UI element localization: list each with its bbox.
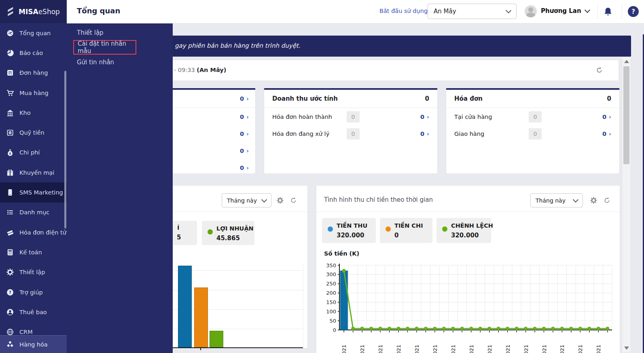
sidebar-item-label: Trợ giúp [19, 289, 43, 296]
svg-text:021: 021 [450, 345, 456, 353]
sidebar-nav: Tổng quanBáo cáoĐơn hàngMua hàngKhoQuỹ t… [0, 23, 67, 342]
svg-text:021: 021 [468, 345, 475, 353]
table-row[interactable]: Hóa đơn đang xử lý 0 0› [264, 126, 437, 142]
sidebar-item-chi-phi[interactable]: $Chi phí [0, 143, 67, 163]
app-logo[interactable]: MISAeShop [0, 0, 67, 23]
chevron-right-icon: › [246, 131, 249, 137]
period-select[interactable]: Tháng này [530, 193, 583, 207]
table-row[interactable]: Hóa đơn hoàn thành 0 0› [264, 109, 437, 125]
sidebar-item-khuyen-mai[interactable]: Khuyến mại [0, 163, 67, 182]
avatar[interactable] [525, 5, 537, 17]
submenu-item-cai-dat-tin-nhan-mau[interactable]: Cài đặt tin nhắn mẫu [73, 40, 136, 55]
svg-text:021: 021 [523, 345, 529, 353]
page-title: Tổng quan [77, 6, 120, 15]
question-icon: ? [6, 288, 14, 296]
count-badge: 0 [529, 128, 542, 140]
sidebar-item-mua-hang[interactable]: Mua hàng [0, 83, 67, 103]
chevron-right-icon: › [427, 114, 429, 120]
svg-text:021: 021 [559, 345, 565, 353]
svg-text:021: 021 [396, 345, 402, 353]
sidebar-item-ke-toan[interactable]: Kế toán [0, 242, 67, 262]
sidebar-item-label: Tổng quan [19, 30, 51, 36]
svg-text:021: 021 [577, 345, 583, 353]
period-select[interactable]: Tháng này [222, 193, 271, 207]
submenu-item-gui-tin-nhan[interactable]: Gửi tin nhắn [77, 59, 114, 66]
chevron-right-icon: › [427, 131, 429, 137]
sidebar-item-don-hang[interactable]: Đơn hàng [0, 63, 67, 83]
top-header: Tổng quan Bắt đầu sử dụng An Mây Phương … [67, 0, 644, 23]
sidebar-item-thue-bao[interactable]: Thuê bao [0, 302, 67, 322]
sidebar-item-label: Chi phí [19, 149, 40, 156]
table-row[interactable]: Giao hàng 0 0› [446, 126, 619, 142]
sidebar-item-label: Kho [19, 110, 31, 116]
gear-icon[interactable] [276, 197, 284, 204]
misa-eshop-app: Tổng quan Bắt đầu sử dụng An Mây Phương … [0, 0, 644, 353]
user-menu[interactable]: Phương Lan [541, 7, 589, 15]
scrollbar-up-arrow[interactable] [624, 60, 629, 63]
sidebar-item-label: Quỹ tiền [19, 129, 44, 136]
legend-dot [208, 229, 213, 235]
divider [316, 211, 620, 212]
bar [178, 266, 192, 347]
sms-marketing-submenu: Thiết lập Cài đặt tin nhắn mẫu Gửi tin n… [67, 23, 173, 353]
sidebar-item-sms-marketing[interactable]: SMS Marketing [0, 182, 67, 202]
sidebar-item-hang-hoa[interactable]: Hàng hóa [0, 335, 67, 353]
help-icon[interactable]: ? [628, 6, 639, 17]
svg-text:021: 021 [505, 345, 511, 353]
refresh-icon[interactable] [603, 197, 611, 204]
chevron-right-icon: › [246, 165, 249, 171]
svg-text:350: 350 [326, 262, 336, 268]
sidebar-item-tong-quan[interactable]: Tổng quan [0, 23, 67, 43]
sidebar-item-quy-tien[interactable]: Quỹ tiền [0, 123, 67, 142]
sidebar-item-thiet-lap[interactable]: Thiết lập [0, 262, 67, 282]
svg-text:200: 200 [326, 290, 336, 296]
legend-dot [328, 226, 333, 232]
chevron-right-icon: › [246, 114, 249, 120]
gear-icon[interactable] [590, 197, 597, 204]
svg-text:021: 021 [595, 345, 602, 353]
main-scrollbar[interactable] [622, 57, 631, 353]
orders-icon [6, 69, 14, 77]
branch-select-value: An Mây [434, 8, 456, 15]
sidebar-scrollbar[interactable] [64, 71, 66, 228]
legend-label: TIỀN THU [337, 222, 367, 229]
updated-time: - 09:33 [174, 67, 195, 73]
sidebar-item-bao-cao[interactable]: Báo cáo [0, 43, 67, 63]
gridline [154, 329, 303, 329]
sidebar-item-label: Thiết lập [19, 269, 45, 275]
legend-label-fragment: Í [177, 224, 179, 231]
row-label: Giao hàng [454, 131, 484, 137]
sidebar-item-danh-muc[interactable]: Danh mục [0, 203, 67, 222]
refresh-icon[interactable] [595, 66, 603, 74]
chevron-down-icon [573, 197, 578, 202]
getting-started-link[interactable]: Bắt đầu sử dụng [379, 8, 428, 14]
scrollbar-thumb[interactable] [623, 66, 629, 164]
sidebar-item-label: Đơn hàng [19, 70, 48, 76]
list-icon [6, 208, 14, 216]
promo-banner-text: gay phiên bản bán hàng trên trình duyệt. [175, 42, 301, 49]
promo-banner: gay phiên bản bán hàng trên trình duyệt. [121, 36, 631, 57]
sidebar-item-hoa-don-dien-tu[interactable]: Hóa đơn điện tử [0, 222, 67, 242]
header-divider [622, 4, 622, 19]
sidebar-item-tro-giup[interactable]: ?Trợ giúp [0, 282, 67, 302]
phone-icon [6, 188, 14, 197]
svg-text:021: 021 [377, 345, 383, 353]
scrollbar-down-arrow[interactable] [624, 347, 629, 350]
gift-icon [6, 169, 14, 177]
cart-icon [6, 89, 14, 97]
cash-flow-chart: 0501001502002503003500210210210210210210… [320, 262, 615, 353]
refresh-icon[interactable] [290, 197, 297, 204]
table-row[interactable]: Tại cửa hàng 0 0› [446, 109, 619, 125]
legend-tile-chi: TIỀN CHI 0 [380, 218, 432, 243]
branch-select[interactable]: An Mây [428, 4, 517, 19]
count-badge: 0 [347, 111, 360, 123]
bar [210, 331, 223, 347]
submenu-item-thiet-lap[interactable]: Thiết lập [77, 29, 104, 36]
svg-text:?: ? [9, 290, 11, 294]
svg-text:$: $ [9, 152, 11, 155]
notifications-bell-icon[interactable] [603, 6, 613, 17]
sidebar-item-kho[interactable]: Kho [0, 103, 67, 123]
chevron-right-icon: › [609, 131, 611, 137]
gridline [303, 263, 303, 347]
legend-label: LỢI NHUẬN [216, 225, 254, 232]
